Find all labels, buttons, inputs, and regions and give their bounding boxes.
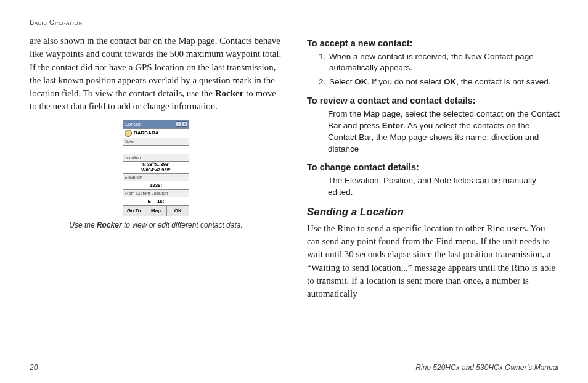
sending-heading: Sending a Location — [307, 205, 560, 220]
device-screen: Contact ≡ × BARBARA Note Location N 38°5… — [123, 120, 189, 216]
contact-name: BARBARA — [134, 130, 158, 136]
figure-caption: Use the Rocker to view or edit different… — [30, 220, 282, 230]
device-titlebar: Contact ≡ × — [123, 120, 189, 128]
change-heading: To change contact details: — [307, 161, 560, 174]
accept-step-1: When a new contact is received, the New … — [328, 51, 560, 75]
accept2-b2: OK — [444, 77, 456, 86]
caption-bold: Rocker — [97, 221, 122, 229]
ok-button: OK — [167, 206, 189, 215]
manual-title: Rino 520HCx and 530HCx Owner’s Manual — [415, 363, 558, 372]
page-number: 20 — [30, 363, 38, 372]
accept-heading: To accept a new contact: — [307, 37, 560, 50]
bearing-value: 16: — [157, 198, 165, 205]
location-label: Location — [123, 154, 189, 161]
accept2-mid: . If you do not select — [367, 77, 444, 86]
intro-paragraph: are also shown in the contact bar on the… — [30, 35, 282, 113]
left-column: are also shown in the contact bar on the… — [30, 35, 282, 307]
face-icon — [125, 130, 132, 137]
device-buttons: Go To Map OK — [123, 205, 189, 215]
direction-value: E — [148, 198, 151, 205]
review-body: From the Map page, select the selected c… — [307, 109, 560, 155]
goto-button: Go To — [123, 206, 145, 215]
map-button: Map — [145, 206, 168, 215]
accept-list: When a new contact is received, the New … — [307, 51, 560, 89]
accept2-pre: Select — [329, 77, 354, 86]
change-body: The Elevation, Position, and Note fields… — [307, 175, 560, 199]
elevation-field: 1238: — [123, 181, 189, 189]
note-label: Note — [123, 138, 189, 145]
contact-name-row: BARBARA — [123, 128, 189, 138]
note-field — [123, 145, 189, 154]
device-figure: Contact ≡ × BARBARA Note Location N 38°5… — [30, 120, 282, 230]
two-column-layout: are also shown in the contact bar on the… — [30, 35, 558, 307]
review-heading: To review a contact and contact details: — [307, 94, 560, 107]
location-line-2: W094°47.955' — [123, 168, 189, 173]
from-current-label: From Current Location — [123, 189, 189, 197]
menu-icon: ≡ — [176, 121, 181, 127]
review-bold: Enter — [382, 121, 404, 130]
close-icon: × — [182, 121, 187, 127]
right-column: To accept a new contact: When a new cont… — [307, 35, 560, 307]
page-footer: 20 Rino 520HCx and 530HCx Owner’s Manual — [30, 363, 558, 372]
accept2-post: , the contact is not saved. — [456, 77, 550, 86]
section-header: Basic Operation — [30, 19, 558, 26]
accept-step-2: Select OK. If you do not select OK, the … — [328, 76, 560, 88]
intro-bold: Rocker — [215, 88, 244, 98]
sending-body: Use the Rino to send a specific location… — [307, 222, 560, 301]
caption-post: to view or edit different contact data. — [122, 221, 243, 229]
from-current-field: E 16: — [123, 197, 189, 205]
device-title: Contact — [125, 121, 142, 128]
caption-pre: Use the — [69, 221, 97, 229]
location-field: N 38°51.393' W094°47.955' — [123, 161, 189, 173]
accept2-b1: OK — [354, 77, 367, 86]
elevation-label: Elevation — [123, 173, 189, 181]
titlebar-icons: ≡ × — [176, 121, 187, 127]
